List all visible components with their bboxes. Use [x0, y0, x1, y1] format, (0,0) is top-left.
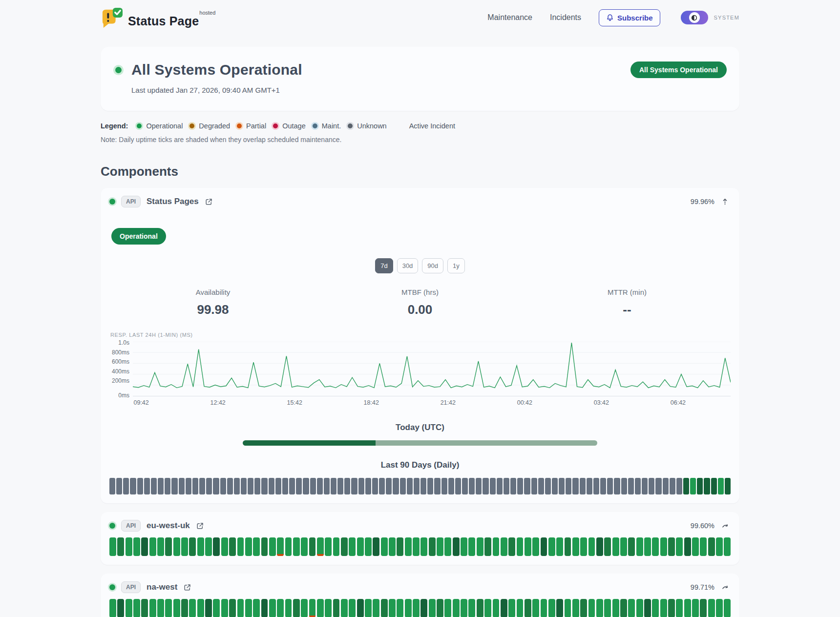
uptime-tick[interactable] — [325, 537, 332, 556]
uptime-tick[interactable] — [275, 478, 281, 494]
uptime-tick[interactable] — [126, 599, 132, 617]
uptime-tick[interactable] — [635, 478, 641, 494]
uptime-tick[interactable] — [181, 599, 188, 617]
uptime-tick[interactable] — [676, 599, 683, 617]
uptime-tick[interactable] — [683, 478, 689, 494]
uptime-tick[interactable] — [628, 478, 634, 494]
uptime-tick[interactable] — [157, 537, 164, 556]
uptime-tick[interactable] — [269, 478, 274, 494]
uptime-tick[interactable] — [213, 478, 219, 494]
uptime-tick[interactable] — [365, 478, 371, 494]
uptime-tick[interactable] — [588, 537, 595, 556]
uptime-tick[interactable] — [126, 537, 132, 556]
uptime-tick[interactable] — [572, 599, 579, 617]
uptime-tick[interactable] — [708, 599, 715, 617]
uptime-tick[interactable] — [453, 599, 460, 617]
uptime-tick[interactable] — [186, 478, 191, 494]
uptime-tick[interactable] — [123, 478, 129, 494]
uptime-tick[interactable] — [718, 478, 724, 494]
uptime-tick[interactable] — [477, 599, 483, 617]
uptime-tick[interactable] — [301, 537, 308, 556]
uptime-tick[interactable] — [444, 599, 451, 617]
uptime-tick[interactable] — [588, 599, 595, 617]
uptime-tick[interactable] — [725, 478, 731, 494]
uptime-tick[interactable] — [484, 599, 491, 617]
uptime-tick[interactable] — [642, 478, 648, 494]
uptime-tick[interactable] — [324, 478, 330, 494]
uptime-tick[interactable] — [652, 599, 659, 617]
range-button-7d[interactable]: 7d — [375, 258, 393, 273]
uptime-tick[interactable] — [372, 478, 378, 494]
uptime-tick[interactable] — [358, 478, 364, 494]
uptime-tick[interactable] — [373, 537, 379, 556]
uptime-tick[interactable] — [386, 478, 392, 494]
uptime-tick[interactable] — [253, 537, 260, 556]
uptime-tick[interactable] — [724, 537, 731, 556]
uptime-tick[interactable] — [437, 537, 443, 556]
uptime-tick[interactable] — [552, 478, 558, 494]
uptime-tick[interactable] — [461, 599, 467, 617]
uptime-tick[interactable] — [711, 478, 717, 494]
uptime-tick[interactable] — [158, 478, 164, 494]
uptime-tick[interactable] — [572, 478, 578, 494]
uptime-tick[interactable] — [524, 478, 530, 494]
uptime-tick[interactable] — [493, 599, 500, 617]
uptime-tick[interactable] — [690, 478, 696, 494]
uptime-tick[interactable] — [604, 599, 611, 617]
uptime-tick[interactable] — [254, 478, 260, 494]
uptime-tick[interactable] — [483, 478, 488, 494]
uptime-tick[interactable] — [477, 537, 483, 556]
uptime-tick[interactable] — [296, 478, 302, 494]
uptime-tick[interactable] — [133, 537, 140, 556]
uptime-tick[interactable] — [508, 537, 515, 556]
uptime-tick[interactable] — [141, 537, 148, 556]
uptime-tick[interactable] — [381, 537, 388, 556]
uptime-tick[interactable] — [220, 478, 226, 494]
uptime-tick[interactable] — [213, 537, 220, 556]
uptime-tick[interactable] — [293, 537, 300, 556]
uptime-tick[interactable] — [165, 537, 172, 556]
uptime-tick[interactable] — [692, 537, 699, 556]
uptime-tick[interactable] — [248, 478, 253, 494]
uptime-tick[interactable] — [117, 599, 124, 617]
uptime-tick[interactable] — [197, 537, 204, 556]
uptime-tick[interactable] — [532, 599, 539, 617]
uptime-tick[interactable] — [337, 478, 343, 494]
uptime-tick[interactable] — [517, 599, 524, 617]
uptime-tick[interactable] — [171, 478, 177, 494]
uptime-tick[interactable] — [282, 478, 288, 494]
uptime-tick[interactable] — [317, 537, 324, 556]
uptime-tick[interactable] — [379, 478, 385, 494]
uptime-tick[interactable] — [221, 599, 228, 617]
uptime-tick[interactable] — [490, 478, 496, 494]
uptime-tick[interactable] — [663, 478, 669, 494]
uptime-tick[interactable] — [333, 537, 340, 556]
uptime-tick[interactable] — [285, 599, 292, 617]
uptime-tick[interactable] — [684, 599, 691, 617]
uptime-tick[interactable] — [397, 599, 403, 617]
uptime-tick[interactable] — [181, 537, 188, 556]
uptime-tick[interactable] — [614, 478, 620, 494]
uptime-tick[interactable] — [580, 537, 587, 556]
uptime-tick[interactable] — [137, 478, 143, 494]
uptime-tick[interactable] — [501, 599, 507, 617]
uptime-tick[interactable] — [612, 599, 619, 617]
uptime-tick[interactable] — [144, 478, 150, 494]
uptime-tick[interactable] — [357, 599, 364, 617]
uptime-tick[interactable] — [508, 599, 515, 617]
uptime-tick[interactable] — [151, 478, 157, 494]
uptime-tick[interactable] — [628, 537, 635, 556]
uptime-tick[interactable] — [285, 537, 292, 556]
uptime-tick[interactable] — [365, 599, 372, 617]
uptime-tick[interactable] — [325, 599, 332, 617]
uptime-tick[interactable] — [277, 599, 284, 617]
expand-arrow-icon[interactable] — [721, 584, 729, 591]
uptime-tick[interactable] — [309, 599, 316, 617]
uptime-tick[interactable] — [349, 599, 356, 617]
uptime-tick[interactable] — [344, 478, 350, 494]
uptime-tick[interactable] — [676, 478, 682, 494]
uptime-tick[interactable] — [448, 478, 454, 494]
uptime-tick[interactable] — [229, 599, 236, 617]
uptime-tick[interactable] — [341, 537, 348, 556]
uptime-tick[interactable] — [697, 478, 703, 494]
